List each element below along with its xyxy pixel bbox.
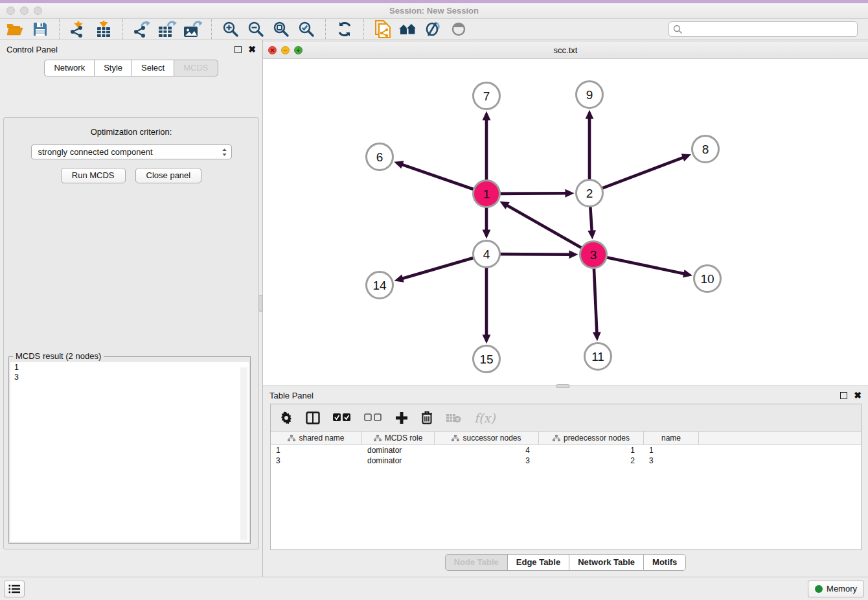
cell-successor-nodes[interactable]: 4 bbox=[435, 445, 539, 456]
import-network-icon bbox=[69, 21, 87, 38]
import-table-button[interactable] bbox=[94, 20, 113, 38]
select-all-columns-button[interactable] bbox=[333, 413, 351, 422]
fit-content-icon bbox=[273, 21, 290, 38]
column-header-successor-nodes[interactable]: successor nodes bbox=[435, 432, 539, 444]
export-network-button[interactable] bbox=[132, 20, 152, 38]
export-table-icon bbox=[157, 21, 177, 38]
run-mcds-button[interactable]: Run MCDS bbox=[61, 168, 126, 183]
unselect-all-columns-button[interactable] bbox=[364, 413, 382, 422]
edge-3-1[interactable] bbox=[505, 204, 583, 249]
search-input[interactable] bbox=[683, 25, 853, 34]
apply-layout-button[interactable] bbox=[335, 20, 354, 38]
export-table-button[interactable] bbox=[157, 20, 177, 38]
control-panel-header: Control Panel ✖ bbox=[0, 40, 262, 58]
minimize-network-button[interactable]: − bbox=[281, 46, 290, 54]
export-image-button[interactable] bbox=[183, 20, 202, 38]
network-canvas[interactable]: 7968124314101511 bbox=[263, 59, 868, 386]
unchecked-boxes-icon bbox=[364, 413, 382, 422]
edge-3-10[interactable] bbox=[605, 257, 687, 275]
first-neighbors-button[interactable] bbox=[398, 20, 418, 38]
save-session-button[interactable] bbox=[30, 20, 50, 38]
open-session-button[interactable] bbox=[5, 20, 25, 38]
cell-shared-name[interactable]: 1 bbox=[271, 445, 362, 456]
tab-style[interactable]: Style bbox=[94, 60, 131, 76]
right-side: ✕ − + scc.txt 7968124314101511 Table Pan… bbox=[263, 40, 868, 577]
table-row-0[interactable]: 1dominator411 bbox=[271, 445, 861, 456]
column-header-MCDS-role[interactable]: MCDS role bbox=[362, 432, 435, 444]
zoom-out-button[interactable] bbox=[246, 20, 266, 38]
horizontal-splitter-handle[interactable] bbox=[556, 384, 570, 388]
close-table-panel-icon[interactable]: ✖ bbox=[854, 391, 862, 400]
edge-4-3[interactable] bbox=[498, 254, 572, 255]
close-panel-button[interactable]: Close panel bbox=[135, 168, 202, 183]
zoom-selected-button[interactable] bbox=[297, 20, 316, 38]
tab-node-table[interactable]: Node Table bbox=[445, 554, 507, 571]
import-network-button[interactable] bbox=[69, 20, 88, 38]
window-title: Session: New Session bbox=[0, 6, 868, 16]
mcds-result-box: MCDS result (2 nodes) 1 3 bbox=[8, 356, 251, 544]
column-header-predecessor-nodes[interactable]: predecessor nodes bbox=[539, 432, 644, 444]
cell-successor-nodes[interactable]: 3 bbox=[435, 456, 539, 466]
edge-2-8[interactable] bbox=[600, 157, 685, 189]
arrowhead-1-2 bbox=[565, 189, 574, 198]
delete-table-button[interactable] bbox=[446, 413, 461, 423]
split-table-button[interactable] bbox=[306, 411, 320, 424]
zoom-in-button[interactable] bbox=[221, 20, 240, 38]
tab-network[interactable]: Network bbox=[44, 60, 94, 76]
cell-shared-name[interactable]: 3 bbox=[271, 456, 362, 466]
function-builder-button[interactable]: f(x) bbox=[474, 411, 496, 425]
tab-motifs[interactable]: Motifs bbox=[643, 554, 686, 571]
show-all-button[interactable] bbox=[449, 20, 468, 38]
tab-mcds[interactable]: MCDS bbox=[174, 60, 218, 76]
maximize-network-button[interactable]: + bbox=[294, 46, 303, 54]
main-area: Control Panel ✖ Network Style Select MCD… bbox=[0, 40, 868, 577]
float-panel-icon[interactable] bbox=[234, 46, 242, 53]
mcds-app-button[interactable] bbox=[373, 20, 393, 38]
close-network-button[interactable]: ✕ bbox=[268, 46, 277, 54]
edge-4-14[interactable] bbox=[400, 257, 475, 279]
network-graph[interactable]: 7968124314101511 bbox=[263, 59, 868, 386]
column-header-shared-name[interactable]: shared name bbox=[271, 432, 362, 444]
edge-3-11[interactable] bbox=[594, 266, 597, 335]
tab-edge-table[interactable]: Edge Table bbox=[507, 554, 569, 571]
node-label-1: 1 bbox=[483, 187, 490, 201]
task-history-button[interactable] bbox=[4, 581, 25, 597]
column-header-name[interactable]: name bbox=[644, 432, 699, 444]
column-label: predecessor nodes bbox=[564, 433, 630, 443]
edge-2-3[interactable] bbox=[590, 205, 592, 233]
tab-network-table[interactable]: Network Table bbox=[569, 554, 643, 571]
add-column-button[interactable] bbox=[395, 411, 408, 424]
hide-selected-button[interactable] bbox=[424, 20, 443, 38]
table-tabs: Node Table Edge Table Network Table Moti… bbox=[263, 554, 868, 571]
cell-MCDS-role[interactable]: dominator bbox=[362, 445, 435, 456]
cell-name[interactable]: 3 bbox=[644, 456, 699, 466]
cell-predecessor-nodes[interactable]: 2 bbox=[539, 456, 644, 466]
edge-1-6[interactable] bbox=[400, 164, 475, 190]
fit-content-button[interactable] bbox=[271, 20, 291, 38]
search-field[interactable] bbox=[668, 21, 858, 37]
toolbar-separator bbox=[211, 19, 212, 39]
mcds-result-text[interactable]: 1 3 bbox=[10, 362, 249, 542]
column-settings-button[interactable] bbox=[280, 411, 293, 424]
control-panel-tabs: Network Style Select MCDS bbox=[0, 60, 262, 76]
cell-name[interactable]: 1 bbox=[644, 445, 699, 456]
arrowhead-2-8 bbox=[681, 154, 691, 161]
vertical-splitter-handle[interactable] bbox=[258, 295, 263, 312]
mcds-result-title: MCDS result (2 nodes) bbox=[13, 351, 104, 361]
criterion-select[interactable]: strongly connected component bbox=[31, 144, 232, 159]
memory-button[interactable]: Memory bbox=[808, 581, 864, 597]
arrowhead-2-9 bbox=[586, 110, 594, 119]
table-row-1[interactable]: 3dominator323 bbox=[271, 456, 861, 466]
node-label-11: 11 bbox=[591, 350, 604, 363]
node-label-14: 14 bbox=[372, 279, 387, 292]
node-label-3: 3 bbox=[590, 248, 597, 262]
optimization-criterion-label: Optimization criterion: bbox=[4, 127, 258, 137]
cell-MCDS-role[interactable]: dominator bbox=[362, 456, 435, 466]
result-scrollbar[interactable] bbox=[240, 367, 247, 540]
delete-columns-button[interactable] bbox=[421, 411, 433, 424]
edge-1-2[interactable] bbox=[498, 193, 568, 194]
float-table-panel-icon[interactable] bbox=[840, 392, 847, 399]
cell-predecessor-nodes[interactable]: 1 bbox=[539, 445, 644, 456]
close-panel-icon[interactable]: ✖ bbox=[248, 45, 256, 54]
tab-select[interactable]: Select bbox=[131, 60, 174, 76]
